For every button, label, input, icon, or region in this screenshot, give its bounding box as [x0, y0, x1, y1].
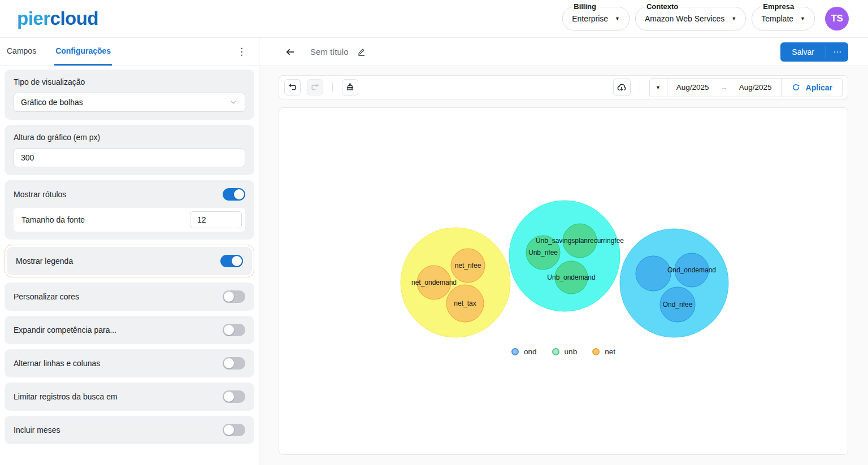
main-area: Sem título Salvar ⋯ [259, 38, 868, 465]
legend-item-net[interactable]: net [592, 347, 615, 356]
include-months-toggle[interactable] [223, 424, 245, 436]
show-legend-panel: Mostrar legenda [7, 247, 252, 275]
settings-sidebar: Campos Configurações ⋮ Tipo de visualiza… [0, 38, 259, 465]
viz-type-select[interactable]: Gráfico de bolhas [14, 93, 245, 112]
rename-button[interactable] [357, 47, 366, 57]
legend-swatch [552, 348, 559, 355]
custom-colors-toggle[interactable] [223, 290, 245, 303]
show-legend-highlight: Mostrar legenda [5, 245, 254, 277]
save-button[interactable]: Salvar [780, 42, 826, 62]
app-logo: piercloud [17, 8, 98, 29]
legend-label: unb [565, 347, 578, 356]
expand-competencia-label: Expandir competência para... [14, 325, 116, 334]
limit-records-toggle[interactable] [223, 390, 245, 403]
bubble-label: Ond_rifee [663, 301, 693, 308]
swap-rows-columns-label: Alternar linhas e colunas [14, 359, 100, 368]
kebab-menu-icon[interactable]: ⋮ [232, 44, 251, 60]
tab-configuracoes[interactable]: Configurações [54, 38, 112, 66]
bubble-label: Unb_savingsplanrecurringfee [536, 237, 624, 245]
date-range-control: ▼ Aug/2025 → Aug/2025 Aplicar [649, 78, 843, 97]
export-button[interactable] [613, 79, 631, 96]
logo-part-pier: pier [17, 8, 50, 29]
chart-canvas: net_rifeenet_ondemandnet_taxUnb_savingsp… [279, 107, 848, 455]
bubble-chart: net_rifeenet_ondemandnet_taxUnb_savingsp… [279, 108, 847, 454]
show-legend-label: Mostrar legenda [16, 257, 73, 266]
logo-part-cloud: cloud [50, 8, 99, 29]
chevron-down-icon: ▼ [731, 16, 736, 21]
swap-rows-columns-toggle[interactable] [223, 357, 245, 370]
document-title-bar: Sem título Salvar ⋯ [259, 38, 868, 66]
show-labels-toggle[interactable] [223, 188, 245, 201]
range-arrow-icon: → [721, 83, 728, 92]
show-legend-toggle[interactable] [220, 255, 243, 267]
save-split-button: Salvar ⋯ [780, 42, 848, 62]
chevron-down-icon: ▼ [656, 85, 661, 90]
swap-rows-columns-panel: Alternar linhas e colunas [5, 349, 254, 377]
brush-icon [345, 82, 355, 93]
undo-button[interactable] [284, 79, 301, 95]
custom-colors-label: Personalizar cores [14, 292, 79, 301]
legend-label: net [605, 347, 615, 356]
settings-panels: Tipo de visualização Gráfico de bolhas A… [0, 66, 259, 447]
chevron-down-icon [229, 98, 238, 107]
cloud-download-icon [616, 82, 627, 93]
viz-type-value: Gráfico de bolhas [21, 98, 83, 107]
chart-toolbar: ▼ Aug/2025 → Aug/2025 Aplicar [279, 75, 848, 99]
apply-button[interactable]: Aplicar [781, 79, 842, 97]
custom-colors-panel: Personalizar cores [5, 283, 254, 311]
bubble-ond-unlabeled[interactable] [636, 256, 671, 291]
bubble-label: Unb_ondemand [547, 273, 595, 281]
toolbar-divider [332, 83, 333, 92]
bubble-label: net_tax [454, 299, 476, 307]
save-more-button[interactable]: ⋯ [826, 42, 848, 62]
billing-selector[interactable]: Billing Enterprise ▼ [562, 7, 630, 31]
app-header: piercloud Billing Enterprise ▼ Contexto … [0, 0, 868, 38]
refresh-icon [791, 82, 801, 92]
empresa-selector-value: Template [761, 14, 793, 23]
bubble-label: net_ondemand [411, 279, 457, 286]
chevron-down-icon: ▼ [615, 16, 620, 21]
workspace: ▼ Aug/2025 → Aug/2025 Aplicar [259, 66, 868, 465]
clean-button[interactable] [342, 79, 358, 95]
chart-height-panel: Altura do gráfico (em px) [5, 125, 254, 175]
expand-competencia-panel: Expandir competência para... [5, 316, 254, 344]
back-arrow-icon [284, 46, 296, 58]
toolbar-divider [640, 83, 640, 92]
chart-legend: ondunbnet [279, 347, 848, 356]
legend-label: ond [524, 347, 537, 356]
chart-height-label: Altura do gráfico (em px) [14, 133, 245, 142]
billing-selector-value: Enterprise [572, 14, 608, 23]
tab-campos[interactable]: Campos [6, 38, 37, 66]
pencil-icon [357, 47, 366, 57]
bubble-group-unb[interactable] [509, 201, 620, 311]
chart-height-input[interactable] [14, 148, 245, 167]
bubble-label: Unb_rifee [528, 249, 558, 257]
legend-item-unb[interactable]: unb [552, 347, 578, 356]
viz-type-panel: Tipo de visualização Gráfico de bolhas [5, 69, 254, 120]
expand-competencia-toggle[interactable] [223, 324, 245, 336]
font-size-row: Tamanho da fonte [14, 208, 245, 232]
contexto-selector[interactable]: Contexto Amazon Web Services ▼ [635, 7, 746, 31]
back-button[interactable] [284, 46, 296, 58]
header-controls: Billing Enterprise ▼ Contexto Amazon Web… [562, 7, 849, 31]
include-months-panel: Incluir meses [5, 416, 254, 444]
empresa-selector-label: Empresa [760, 2, 797, 11]
contexto-selector-label: Contexto [644, 2, 681, 11]
billing-selector-label: Billing [571, 2, 599, 11]
apply-button-label: Aplicar [806, 83, 832, 92]
bubble-label: Ond_ondemand [667, 266, 716, 274]
date-range-dropdown-button[interactable]: ▼ [650, 79, 667, 97]
legend-item-ond[interactable]: ond [511, 347, 537, 356]
redo-icon [310, 82, 320, 93]
user-avatar[interactable]: TS [825, 7, 849, 31]
show-labels-label: Mostrar rótulos [14, 190, 66, 199]
show-labels-panel: Mostrar rótulos Tamanho da fonte [5, 180, 254, 240]
date-range-fields: Aug/2025 → Aug/2025 [667, 79, 781, 97]
redo-button[interactable] [307, 79, 323, 95]
empresa-selector[interactable]: Empresa Template ▼ [752, 7, 815, 31]
date-from-field[interactable]: Aug/2025 [676, 83, 709, 92]
font-size-input[interactable] [190, 211, 242, 228]
date-to-field[interactable]: Aug/2025 [739, 83, 772, 92]
legend-swatch [511, 348, 519, 355]
include-months-label: Incluir meses [14, 425, 60, 434]
